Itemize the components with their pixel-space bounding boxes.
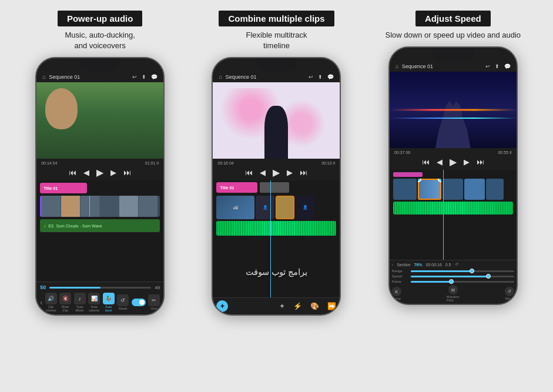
range-track-3[interactable] [411, 270, 514, 272]
toolbar-icons-1: ‹ 🔊 Clipvolume 🔇 MuteClip ♪ TypeMusic [40, 293, 160, 312]
chat-icon-3[interactable]: 💬 [504, 63, 511, 69]
tb-omit[interactable]: ✂ Omit [148, 294, 160, 310]
mandom-item[interactable]: M MandomPitch [447, 285, 459, 302]
skip-fwd-icon-3[interactable]: ⏭ [477, 158, 484, 166]
tb-auto-duck[interactable]: 🦆 Autoduck [103, 293, 115, 312]
feature-speed: Adjust Speed Slow down or speed up video… [368, 11, 538, 305]
speed-track-3[interactable] [411, 276, 514, 277]
tb-clip-vol[interactable]: 🔊 Clipvolume [45, 293, 57, 312]
tb-mute[interactable]: 🔇 MuteClip [59, 293, 71, 312]
phone-audio: ⌂ Sequence 01 ↩ ⬆ 💬 [35, 57, 165, 316]
frame-fwd-icon-3[interactable]: ▶ [464, 158, 470, 166]
share-icon-2[interactable]: ⬆ [318, 74, 323, 80]
home-icon-3[interactable]: ⌂ [396, 63, 399, 69]
play-icon-1[interactable]: ▶ [96, 167, 103, 178]
toggle-on-1[interactable] [132, 299, 146, 306]
phone-clips: ⌂ Sequence 01 ↩ ⬆ 💬 [212, 57, 341, 316]
ramp-track-3[interactable] [411, 281, 514, 283]
skip-back-icon-2[interactable]: ⏮ [245, 168, 253, 177]
feature-subtitle-speed: Slow down or speed up video and audio [386, 30, 521, 41]
orange-bracket-3 [418, 179, 441, 200]
speed-icon-2[interactable]: ⏩ [327, 302, 336, 310]
frame-back-icon-3[interactable]: ◀ [437, 158, 443, 166]
title-clip-1[interactable]: Title 01 [40, 183, 87, 193]
range-handle-3[interactable] [470, 269, 474, 273]
tb-type-music[interactable]: ♪ TypeMusic [74, 293, 86, 312]
seq-label-2: Sequence 01 [226, 74, 257, 80]
main-container: Power-up audio Music, auto-ducking,and v… [0, 0, 553, 392]
clip-vol-icon: 🔊 [45, 293, 57, 304]
chevron-left-3[interactable]: ‹ [392, 263, 393, 267]
skip-fwd-icon-2[interactable]: ⏭ [300, 168, 307, 177]
duration-val-3: 00:00:16 [426, 263, 442, 267]
thumb-6 [139, 196, 157, 217]
frame-back-icon-1[interactable]: ◀ [83, 168, 89, 177]
play-controls-1[interactable]: ⏮ ◀ ▶ ▶ ⏭ [41, 167, 159, 178]
skip-fwd-icon-1[interactable]: ⏭ [123, 168, 131, 177]
range-fill-3 [411, 270, 473, 272]
home-icon-2[interactable]: ⌂ [219, 73, 222, 80]
undo-icon-2[interactable]: ↩ [309, 74, 313, 80]
mute-icon: 🔇 [59, 293, 71, 304]
top-bar-left-2: ⌂ Sequence 01 [219, 73, 256, 80]
share-icon-3[interactable]: ⬆ [495, 63, 500, 69]
green-waveform-2 [216, 221, 336, 236]
share-icon-1[interactable]: ⬆ [142, 74, 146, 80]
green-audio-3 [393, 202, 513, 215]
top-bar-left-3: ⌂ Sequence 01 [396, 63, 433, 69]
ramp-handle-3[interactable] [449, 279, 454, 284]
tb-reset[interactable]: ↺ Reset [117, 294, 129, 310]
video-preview-1 [36, 82, 163, 159]
chevron-left-1[interactable]: ‹ [40, 299, 42, 307]
speed-bottom-3: ‹ Section 76% 00:00:16 0.5 ↺ Range [390, 260, 517, 304]
time-display-3: 00:37 06 00:55 II [394, 150, 512, 155]
frame-fwd-icon-2[interactable]: ▶ [287, 168, 293, 177]
play-controls-3[interactable]: ⏮ ◀ ▶ ▶ ⏭ [394, 156, 512, 167]
current-time-1: 00:14 04 [41, 161, 57, 165]
play-icon-2[interactable]: ▶ [273, 167, 280, 178]
tb-auto-vol[interactable]: 📊 Autovolume [88, 293, 100, 312]
pink-title-3 [393, 172, 423, 177]
color-icon-2[interactable]: 🎨 [310, 302, 319, 310]
speed-clips-3 [393, 179, 513, 200]
undo-icon-1[interactable]: ↩ [132, 74, 137, 80]
playback-bar-3: 00:37 06 00:55 II ⏮ ◀ ▶ ▶ ⏭ [390, 148, 517, 170]
thumb-3 [81, 196, 99, 217]
clip-person: 👤 [256, 196, 274, 219]
top-bar-right-2: ↩ ⬆ 💬 [309, 74, 334, 80]
reset-btn-3[interactable]: ↺ [455, 262, 458, 267]
mandom-icon: M [448, 285, 458, 294]
skip-back-icon-1[interactable]: ⏮ [69, 168, 76, 177]
kamp-label: Kamp [393, 297, 401, 300]
undo-icon-3[interactable]: ↩ [485, 63, 490, 69]
kamp-item[interactable]: K Kamp [392, 287, 401, 300]
video-preview-3 [390, 72, 517, 148]
add-button-2[interactable]: + [216, 300, 228, 312]
frame-back-icon-2[interactable]: ◀ [260, 168, 266, 177]
play-icon-3[interactable]: ▶ [450, 156, 457, 167]
slider-fill-1 [49, 287, 100, 289]
thumb-4 [100, 196, 119, 217]
skip-back-icon-3[interactable]: ⏮ [422, 158, 430, 166]
playback-bar-1: 00:14 04 01:01 II ⏮ ◀ ▶ ▶ ⏭ [36, 159, 163, 180]
slider-track-1[interactable] [49, 287, 151, 289]
increment-val-3: 0.5 [445, 263, 451, 267]
thumb-1 [42, 196, 61, 217]
chat-icon-1[interactable]: 💬 [151, 74, 157, 80]
frame-fwd-icon-1[interactable]: ▶ [110, 168, 116, 177]
slider-max-1: 49 [155, 285, 160, 290]
home-icon-1[interactable]: ⌂ [42, 73, 46, 80]
reset-item-3[interactable]: ↺ Reset [505, 287, 514, 300]
auto-vol-label: Autovolume [89, 305, 99, 312]
play-controls-2[interactable]: ⏮ ◀ ▶ ▶ ⏭ [217, 167, 335, 178]
power-button-2 [340, 105, 341, 123]
p3-sliders: Range Speed [392, 269, 514, 283]
title-clip-2[interactable]: Title 01 [216, 182, 257, 193]
auto-duck-label: Autoduck [105, 305, 112, 312]
chat-icon-2[interactable]: 💬 [327, 74, 334, 80]
feature-subtitle-audio: Music, auto-ducking,and voiceovers [65, 30, 135, 51]
speed-handle-3[interactable] [486, 274, 491, 279]
graphics-icon-2[interactable]: ✦ [279, 302, 285, 310]
effects-icon-2[interactable]: ⚡ [293, 302, 302, 310]
feature-subtitle-clips: Flexible multitracktimeline [246, 30, 307, 51]
